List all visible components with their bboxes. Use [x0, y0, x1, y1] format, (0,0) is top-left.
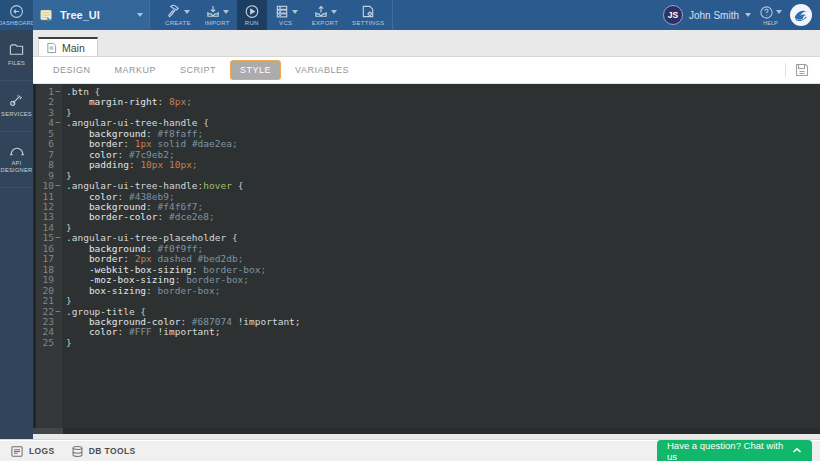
fold-toggle-icon[interactable]: ‒	[54, 118, 62, 128]
bottombar-db-tools-button[interactable]: DB TOOLS	[71, 445, 136, 458]
sidebar-item-services[interactable]: SERVICES	[0, 81, 33, 132]
project-selector[interactable]: Tree_UI	[33, 0, 150, 30]
token-prop: color	[89, 191, 118, 202]
code-line-13[interactable]: 13 border-color: #dce2e8;	[33, 212, 820, 222]
code-line-25[interactable]: 25}	[33, 338, 820, 348]
token-prop: padding	[89, 159, 129, 170]
fold-toggle-icon[interactable]: ‒	[54, 233, 62, 243]
fold-gutter	[54, 139, 62, 149]
token-prop: background	[89, 201, 146, 212]
subtab-actions	[785, 62, 820, 78]
subtab-script[interactable]: SCRIPT	[170, 60, 226, 80]
token-pln: {	[232, 180, 243, 191]
subtab-style[interactable]: STYLE	[230, 60, 281, 80]
chevron-down-icon	[331, 10, 337, 14]
chat-button[interactable]: Have a question? Chat with us	[657, 440, 812, 461]
token-pln: }	[66, 295, 72, 306]
line-number: 10	[33, 181, 54, 191]
horizontal-scrollbar[interactable]	[33, 428, 820, 434]
toolbar-create-button[interactable]: CREATE	[158, 0, 198, 30]
css-code-editor[interactable]: 1‒.btn {2 margin-right: 8px;3}4‒.angular…	[33, 84, 820, 434]
token-val: border-box;	[158, 285, 221, 296]
token-num: 1px	[135, 138, 152, 149]
fold-gutter	[54, 317, 62, 327]
dashboard-button[interactable]: DASHBOARD	[0, 0, 33, 30]
fold-gutter	[54, 160, 62, 170]
chevron-down-icon	[292, 10, 298, 14]
fold-toggle-icon[interactable]: ‒	[54, 181, 62, 191]
user-menu[interactable]: JS John Smith	[663, 5, 751, 25]
export-icon	[313, 4, 329, 19]
token-pln: :	[129, 159, 140, 170]
chevron-down-icon	[184, 10, 190, 14]
token-sel: .angular-ui-tree-handle	[66, 117, 198, 128]
line-content: }	[62, 338, 72, 348]
toolbar-export-button[interactable]: EXPORT	[305, 0, 345, 30]
services-icon	[8, 93, 25, 108]
database-icon	[71, 445, 84, 458]
code-line-20[interactable]: 20 box-sizing: border-box;	[33, 286, 820, 296]
toolbar-import-button[interactable]: IMPORT	[198, 0, 237, 30]
token-pln: }	[66, 107, 72, 118]
toolbar-vcs-button[interactable]: VCS	[267, 0, 305, 30]
token-val: #f8faff;	[158, 128, 204, 139]
token-prop: background	[89, 128, 146, 139]
token-pln: :	[118, 149, 129, 160]
line-content: color: #FFF !important;	[62, 327, 220, 337]
toolbar-settings-button[interactable]: SETTINGS	[345, 0, 392, 30]
save-button[interactable]	[794, 62, 810, 78]
help-menu[interactable]: HELP	[759, 5, 782, 26]
line-content: box-sizing: border-box;	[62, 286, 220, 296]
chevron-down-icon	[776, 10, 782, 14]
bottombar-logs-button[interactable]: LOGS	[10, 445, 55, 458]
token-val: #687074	[192, 316, 232, 327]
toolbar-run-button[interactable]: RUN	[237, 0, 267, 30]
settings-icon	[360, 4, 376, 19]
bottombar-label: DB TOOLS	[89, 446, 136, 456]
fold-gutter	[54, 254, 62, 264]
code-line-8[interactable]: 8 padding: 10px 10px;	[33, 160, 820, 170]
code-line-2[interactable]: 2 margin-right: 8px;	[33, 97, 820, 107]
user-name: John Smith	[689, 10, 739, 21]
tab-strip: Main	[33, 30, 820, 57]
tab-main[interactable]: Main	[38, 37, 98, 56]
help-icon	[759, 5, 774, 20]
fold-gutter	[54, 171, 62, 181]
dashboard-label: DASHBOARD	[0, 20, 35, 26]
line-content: margin-right: 8px;	[62, 97, 192, 107]
token-val: #FFF	[129, 326, 152, 337]
fold-gutter	[54, 223, 62, 233]
fold-gutter	[54, 265, 62, 275]
token-pln: }	[66, 170, 72, 181]
token-val: #438eb9;	[129, 191, 175, 202]
fold-gutter	[54, 244, 62, 254]
logs-icon	[10, 445, 24, 458]
token-prop: border	[89, 253, 123, 264]
code-line-21[interactable]: 21}	[33, 296, 820, 306]
toolbar-label: EXPORT	[312, 20, 338, 26]
top-bar: DASHBOARD Tree_UI CREATEIMPORTRUNVCSEXPO…	[0, 0, 820, 30]
wave-logo-icon[interactable]	[790, 4, 812, 26]
token-pln: :	[158, 211, 169, 222]
fold-gutter	[54, 192, 62, 202]
fold-toggle-icon[interactable]: ‒	[54, 307, 62, 317]
fold-gutter	[54, 275, 62, 285]
fold-gutter	[54, 129, 62, 139]
sidebar-item-files[interactable]: FILES	[0, 30, 33, 81]
token-pln: :	[146, 243, 157, 254]
token-imp: !important;	[232, 316, 301, 327]
token-prop: -webkit-box-sizing	[89, 264, 192, 275]
subtab-markup[interactable]: MARKUP	[105, 60, 167, 80]
subtab-variables[interactable]: VARIABLES	[285, 60, 359, 80]
token-val: #7c9eb2;	[129, 149, 175, 160]
subtab-design[interactable]: DESIGN	[43, 60, 101, 80]
fold-gutter	[54, 338, 62, 348]
subtab-bar: DESIGNMARKUPSCRIPTSTYLEVARIABLES	[33, 57, 820, 84]
fold-toggle-icon[interactable]: ‒	[54, 87, 62, 97]
main-toolbar: CREATEIMPORTRUNVCSEXPORTSETTINGS	[158, 0, 393, 30]
token-imp: !important;	[152, 326, 221, 337]
sidebar-item-api-designer[interactable]: APIDESIGNER	[0, 132, 33, 189]
code-line-24[interactable]: 24 color: #FFF !important;	[33, 327, 820, 337]
token-prop: background	[89, 243, 146, 254]
scrollbar-thumb[interactable]	[33, 428, 63, 434]
